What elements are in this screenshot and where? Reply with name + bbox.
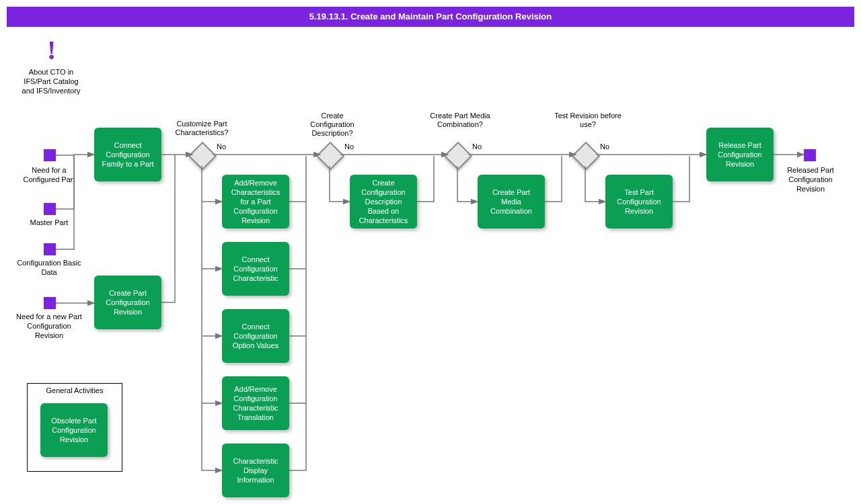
note-icon: ! <box>47 37 56 64</box>
activity-test-rev[interactable]: Test Part Configuration Revision <box>605 175 673 228</box>
activity-release-rev[interactable]: Release Part Configuration Revision <box>706 128 774 181</box>
start-need-configured <box>44 149 56 161</box>
activity-create-media[interactable]: Create Part Media Combination <box>478 175 545 228</box>
general-activities-title: General Activities <box>28 384 122 397</box>
decision-1-label: Customize Part Characteristics? <box>168 120 235 137</box>
activity-create-rev[interactable]: Create Part Configuration Revision <box>94 276 161 329</box>
decision-1 <box>188 142 217 170</box>
activity-add-remove-trans[interactable]: Add/Remove Configuration Characteristic … <box>222 376 289 430</box>
activity-connect-family[interactable]: Connect Configuration Family to a Part <box>94 128 161 181</box>
decision-2 <box>316 142 344 170</box>
start-config-basic <box>44 243 56 255</box>
start-master-part-label: Master Part <box>15 218 83 227</box>
activity-char-display[interactable]: Characteristic Display Information <box>222 444 289 497</box>
start-need-configured-label: Need for a Configured Part <box>15 165 83 184</box>
decision-3-label: Create Part Media Combination? <box>426 112 494 129</box>
decision-2-label: Create Configuration Description? <box>299 112 366 138</box>
activity-connect-opt-val[interactable]: Connect Configuration Option Values <box>222 309 289 363</box>
decision-1-no: No <box>217 142 226 151</box>
start-need-new-rev-label: Need for a new Part Configuration Revisi… <box>15 312 83 340</box>
start-config-basic-label: Configuration Basic Data <box>15 258 83 277</box>
start-need-new-rev <box>44 297 56 309</box>
activity-create-desc[interactable]: Create Configuration Description Based o… <box>350 175 417 228</box>
activity-connect-char[interactable]: Connect Configuration Characteristic <box>222 242 289 296</box>
decision-4 <box>572 142 600 170</box>
decision-3-no: No <box>472 142 482 151</box>
decision-4-label: Test Revision before use? <box>554 112 622 129</box>
diagram-canvas: 5.19.13.1. Create and Maintain Part Conf… <box>0 0 861 504</box>
end-released <box>804 149 816 161</box>
activity-add-remove-char[interactable]: Add/Remove Characteristics for a Part Co… <box>222 175 289 228</box>
decision-3 <box>444 142 472 170</box>
flow-lines <box>0 0 861 504</box>
decision-2-no: No <box>344 142 354 151</box>
end-released-label: Released Part Configuration Revision <box>780 165 841 194</box>
start-master-part <box>44 203 56 215</box>
decision-4-no: No <box>600 142 609 151</box>
note-text: About CTO in IFS/Part Catalog and IFS/In… <box>21 67 81 95</box>
activity-obsolete-rev[interactable]: Obsolete Part Configuration Revision <box>40 403 108 457</box>
page-title: 5.19.13.1. Create and Maintain Part Conf… <box>7 7 854 27</box>
